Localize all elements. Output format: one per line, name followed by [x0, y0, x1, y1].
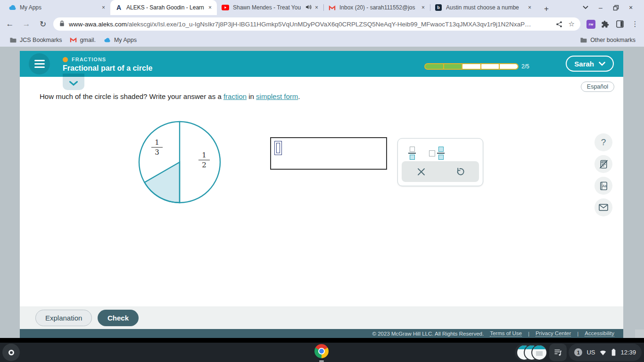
tab-title: Inbox (20) - sarah111552@jos [339, 4, 419, 11]
tab-close-icon[interactable]: × [313, 4, 321, 12]
back-icon[interactable]: ← [3, 17, 17, 31]
undo-button[interactable] [440, 167, 479, 177]
other-bookmarks[interactable]: Other bookmarks [577, 37, 638, 43]
tab-close-icon[interactable]: × [206, 4, 214, 12]
bookmark-star-icon[interactable]: ☆ [569, 20, 575, 28]
svg-text:Aa: Aa [602, 184, 606, 188]
screen: My Apps × A ALEKS - Sarah Goodin - Learn… [0, 0, 644, 362]
terms-of-use-link[interactable]: Terms of Use [490, 330, 522, 337]
close-window-button[interactable]: × [623, 0, 638, 15]
reload-icon[interactable]: ↻ [36, 17, 50, 31]
fraction-template-button[interactable] [408, 143, 416, 163]
screenshot-thumbnail[interactable] [532, 346, 546, 360]
accessibility-link[interactable]: Accessibility [585, 330, 614, 337]
bookmark-my-apps[interactable]: My Apps [99, 34, 140, 46]
tab-title: ALEKS - Sarah Goodin - Learn [126, 4, 206, 11]
bookmark-gmail[interactable]: gmail. [66, 34, 99, 46]
tab-search-icon[interactable] [578, 0, 593, 15]
espanol-button[interactable]: Español [581, 82, 614, 92]
extensions-puzzle-icon[interactable] [599, 18, 611, 30]
user-menu-button[interactable]: Sarah [566, 56, 614, 72]
chevron-down-icon [69, 81, 78, 86]
simplest-form-link[interactable]: simplest form [256, 92, 298, 100]
tab-brainly[interactable]: b Austin must choose a numbe × [430, 0, 537, 15]
hamburger-menu-icon[interactable] [29, 53, 50, 74]
progress-bar [424, 63, 519, 70]
tab-gmail[interactable]: Inbox (20) - sarah111552@jos × [323, 0, 430, 15]
collapse-tab-notch [63, 74, 84, 77]
aleks-footer: © 2023 McGraw Hill LLC. All Rights Reser… [20, 329, 623, 338]
tab-close-icon[interactable]: × [526, 4, 534, 12]
media-controls-button[interactable] [549, 344, 567, 361]
topic-label: FRACTIONS [72, 57, 106, 62]
clear-button[interactable] [402, 168, 440, 176]
bookmark-jcs[interactable]: JCS Bookmarks [6, 34, 66, 46]
answer-input-box[interactable] [270, 137, 387, 170]
chrome-icon [314, 344, 329, 358]
forward-icon[interactable]: → [20, 17, 33, 31]
tab-title: My Apps [20, 4, 99, 11]
status-tray[interactable]: 1 US 12:39 [569, 344, 642, 361]
progress-segment [444, 64, 462, 69]
chromeos-shelf: 1 US 12:39 [0, 343, 644, 362]
cloud-icon [103, 37, 111, 43]
browser-tab-strip: My Apps × A ALEKS - Sarah Goodin - Learn… [0, 0, 644, 15]
dictionary-button[interactable]: Aa [594, 177, 612, 195]
aleks-favicon-icon: A [115, 4, 123, 11]
palette-action-row [402, 161, 479, 182]
progress-segment [462, 64, 480, 69]
progress-segment [425, 64, 443, 69]
youtube-favicon-icon [222, 4, 229, 11]
page-background: FRACTIONS Fractional part of a circle 2/… [0, 47, 644, 338]
lock-icon [59, 20, 65, 29]
fraction-link[interactable]: fraction [223, 92, 247, 100]
topic-status-dot [63, 57, 68, 62]
sector-label-one-half: 1 2 [198, 151, 210, 169]
fraction-answer-slot[interactable] [274, 141, 282, 155]
tab-aleks-active[interactable]: A ALEKS - Sarah Goodin - Learn × [110, 0, 217, 15]
address-bar[interactable]: www-awa.aleks.com/alekscgi/x/Isl.exe/1o_… [53, 17, 580, 31]
tote-holding-space[interactable] [515, 344, 546, 361]
progress-segment [500, 64, 518, 69]
tab-my-apps[interactable]: My Apps × [4, 0, 110, 15]
minimize-button[interactable]: – [593, 0, 608, 15]
explanation-button[interactable]: Explanation [35, 310, 92, 326]
side-panel-icon[interactable] [614, 18, 626, 30]
collapse-header-button[interactable] [63, 77, 84, 90]
tab-close-icon[interactable]: × [419, 4, 427, 12]
problem-area: Español How much of the circle is shaded… [20, 77, 623, 306]
launcher-button[interactable] [2, 344, 20, 361]
clock: 12:39 [620, 349, 636, 356]
circle-diagram: 1 3 1 2 [137, 120, 222, 205]
cloud-favicon-icon [8, 4, 16, 11]
tab-close-icon[interactable]: × [99, 4, 107, 12]
fraction-icon [408, 147, 416, 160]
browser-menu-kebab-icon[interactable]: ⋮ [629, 18, 641, 30]
new-tab-button[interactable]: + [540, 3, 553, 15]
progress-segment [481, 64, 499, 69]
chevron-down-icon [599, 62, 605, 66]
share-icon[interactable] [556, 21, 562, 28]
action-bar: Explanation Check [20, 306, 623, 329]
help-button[interactable]: ? [594, 133, 612, 151]
message-button[interactable] [594, 198, 612, 216]
url-text: www-awa.aleks.com/alekscgi/x/Isl.exe/1o_… [69, 21, 550, 28]
calculator-disabled-button[interactable] [594, 155, 612, 173]
bookmarks-bar: JCS Bookmarks gmail. My Apps Other bookm… [0, 33, 644, 47]
question-text: How much of the circle is shaded? Write … [40, 92, 300, 100]
tab-youtube[interactable]: Shawn Mendes - Treat You × [217, 0, 323, 15]
progress-count: 2/5 [521, 63, 529, 70]
chrome-shelf-item[interactable] [314, 344, 330, 362]
scrollbar-corner [635, 329, 644, 338]
privacy-center-link[interactable]: Privacy Center [536, 330, 571, 337]
calculator-slash-icon [599, 159, 609, 169]
tab-audio-icon[interactable] [305, 4, 312, 11]
check-button[interactable]: Check [98, 310, 139, 326]
restore-button[interactable] [608, 0, 623, 15]
gmail-favicon-icon [328, 4, 336, 11]
readwrite-extension-icon[interactable]: rw [586, 20, 595, 29]
mixed-number-template-button[interactable] [429, 143, 445, 163]
folder-icon [580, 37, 587, 43]
running-app-indicator [319, 361, 324, 362]
tab-title: Shawn Mendes - Treat You [233, 4, 305, 11]
